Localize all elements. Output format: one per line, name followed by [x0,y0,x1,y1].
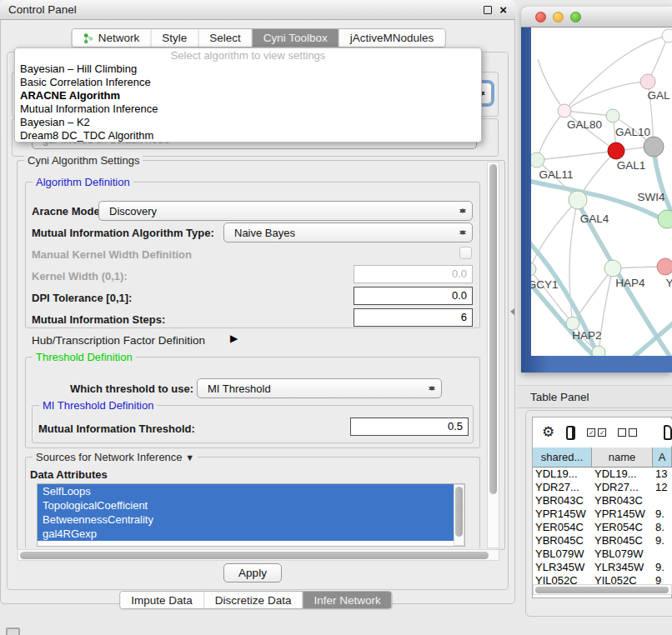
minimized-panel-icon[interactable] [6,628,20,635]
table-row[interactable]: YLR345WYLR345W9. [533,561,672,574]
which-threshold-combobox[interactable]: MI Threshold [197,378,442,398]
tab-jactivemnodules[interactable]: jActiveMNodules [339,29,445,47]
network-canvas[interactable]: GALGAL80GAL10GAL1GAL11SWI4GAL4GCY1HAP4YH… [531,28,672,356]
node-pink-right[interactable] [657,258,672,275]
network-edge-highlighted[interactable] [654,149,672,218]
manual-kernel-width-checkbox[interactable] [459,247,472,259]
network-edge[interactable] [538,59,564,111]
minimize-traffic-light-icon[interactable] [553,12,564,22]
node-gcy1[interactable] [531,262,536,276]
dpi-tolerance-field[interactable]: 0.0 [354,287,473,305]
network-edge[interactable] [537,151,616,160]
network-edge[interactable] [537,111,564,160]
data-attributes-list[interactable]: SelfLoopsTopologicalCoefficientBetweenne… [37,483,465,547]
tab-discretize-data[interactable]: Discretize Data [204,592,303,608]
mi-threshold-field[interactable]: 0.5 [350,418,469,436]
table-body: YDL19...YDL19...13YDR27...YDR27...12YBR0… [533,468,672,584]
close-window-icon[interactable]: × [499,6,507,14]
hub-expand-arrow-icon[interactable]: ▶ [230,332,238,344]
table-row[interactable]: YIL052CYIL052C9 [533,574,672,584]
node-label: GAL [647,89,670,102]
aracne-mode-label: Aracne Mode: [32,205,103,218]
algorithm-option[interactable]: Dream8 DC_TDC Algorithm [15,129,481,142]
tab-cyni-toolbox[interactable]: Cyni Toolbox [253,29,339,47]
node-gal-partial[interactable] [640,74,655,89]
control-panel-title: Control Panel [8,3,77,16]
algorithm-option[interactable]: Bayesian – K2 [15,116,481,129]
node-gal10[interactable] [606,109,619,122]
attributes-list-scrollbar[interactable] [454,484,464,546]
dpi-tolerance-label: DPI Tolerance [0,1]: [32,292,132,304]
node-gal80[interactable] [558,104,571,118]
cyni-bottom-tabbar: Impute Data Discretize Data Infer Networ… [119,591,392,609]
mi-algorithm-type-combobox[interactable]: Naive Bayes [223,222,473,242]
float-window-icon[interactable] [484,6,492,14]
which-threshold-label: Which threshold to use: [70,382,193,395]
node-label: GAL4 [580,212,609,225]
mi-steps-field[interactable]: 6 [354,308,473,327]
column-header-partial[interactable]: A [653,448,672,467]
export-table-icon[interactable] [664,425,672,440]
table-row[interactable]: YDR27...YDR27...12 [533,481,672,494]
node-label: Y [665,277,672,289]
tab-impute-data[interactable]: Impute Data [120,592,204,608]
table-settings-gear-icon[interactable]: ⚙ [542,424,554,441]
table-row[interactable]: YPR145WYPR145W9. [533,508,672,521]
network-icon [83,32,94,44]
node-hap2[interactable] [566,317,579,330]
select-all-columns-icon[interactable]: ✓✓ [587,428,606,437]
table-row[interactable]: YBL079WYBL079W [533,548,672,561]
aracne-mode-combobox[interactable]: Discovery [98,201,473,221]
kernel-width-field[interactable]: 0.0 [354,265,473,283]
tab-infer-network[interactable]: Infer Network [303,592,391,608]
data-attribute-option[interactable]: SelfLoops [38,484,464,498]
table-cell: YIL052C [592,574,653,584]
network-edge[interactable] [531,200,578,269]
splitpane-collapse-icon[interactable] [507,308,514,315]
node-bottom-partial[interactable] [592,346,605,356]
node-gal1[interactable] [608,142,624,159]
table-horizontal-scrollbar[interactable] [533,584,672,595]
algorithm-option[interactable]: Basic Correlation Inference [15,76,481,89]
tab-select[interactable]: Select [198,29,253,47]
zoom-traffic-light-icon[interactable] [570,12,581,22]
algorithm-option[interactable]: Mutual Information Inference [15,102,481,116]
deselect-all-columns-icon[interactable] [618,428,637,437]
table-row[interactable]: YBR045CYBR045C9. [533,534,672,548]
algorithm-option[interactable]: ARACNE Algorithm [15,89,481,102]
node-label: GAL1 [617,159,646,172]
node-swi4[interactable] [658,210,672,228]
column-layout-icon[interactable] [566,426,575,440]
tab-network[interactable]: Network [73,29,152,47]
node-top-partial[interactable] [662,29,672,42]
algorithm-option-list: Bayesian – Hill ClimbingBasic Correlatio… [15,62,481,142]
apply-button[interactable]: Apply [223,563,282,582]
node-hap4[interactable] [604,260,621,277]
node-gal11[interactable] [531,152,544,168]
table-cell: 12 [653,481,672,494]
table-cell: YBR045C [592,534,653,548]
node-gray[interactable] [644,137,664,157]
table-row[interactable]: YER054CYER054C8. [533,521,672,534]
data-attribute-option[interactable]: gal4RGexp [38,527,464,541]
column-header-name[interactable]: name [592,448,653,467]
mi-threshold-label: Mutual Information Threshold: [38,422,195,435]
sources-collapse-arrow-icon[interactable]: ▼ [185,452,194,462]
hub-section-label[interactable]: Hub/Transcription Factor Definition [32,334,205,347]
table-cell: YBL079W [533,548,592,561]
data-attribute-option[interactable]: TopologicalCoefficient [38,498,464,512]
table-row[interactable]: YDL19...YDL19...13 [533,468,672,481]
column-header-shared-name[interactable]: shared... [533,448,592,467]
table-row[interactable]: YBR043CYBR043C [533,494,672,508]
close-traffic-light-icon[interactable] [535,12,546,22]
control-panel-titlebar[interactable]: Control Panel × [0,0,515,20]
algorithm-option[interactable]: Bayesian – Hill Climbing [15,62,481,76]
network-window-titlebar[interactable] [521,7,672,28]
data-attribute-option[interactable]: BetweennessCentrality [38,512,464,527]
network-edge[interactable] [564,111,613,116]
table-panel-titlebar[interactable]: Table Panel [517,385,672,408]
node-gal4[interactable] [569,191,587,209]
settings-vertical-scrollbar[interactable] [487,162,499,548]
tab-style[interactable]: Style [151,29,198,47]
settings-horizontal-scrollbar[interactable] [18,549,499,561]
